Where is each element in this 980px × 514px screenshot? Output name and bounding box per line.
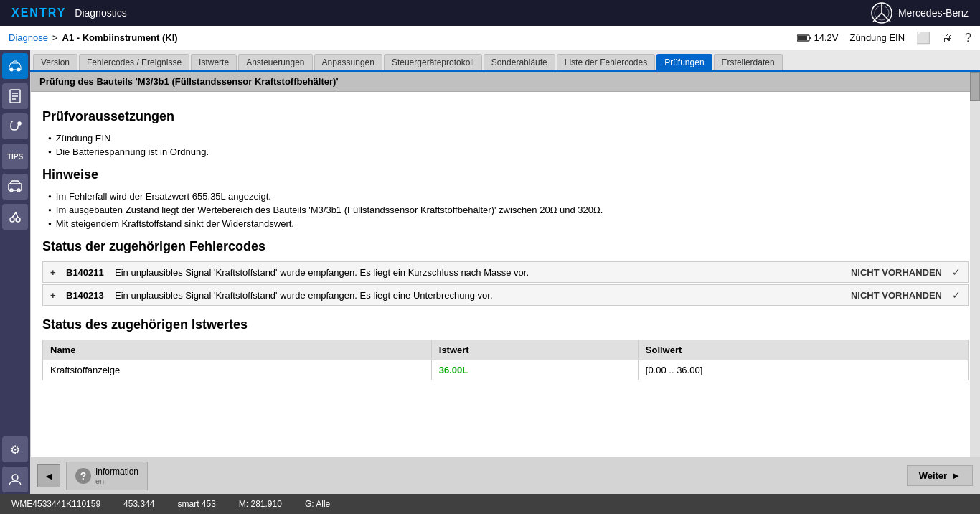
sidebar-item-car[interactable] (2, 53, 28, 79)
tab-liste-fehlercodes[interactable]: Liste der Fehlercodes (557, 54, 655, 70)
tab-steuergeraeteprotokoll[interactable]: Steuergeräteprotokoll (384, 54, 482, 70)
hinweise-list: Im Fehlerfall wird der Ersatzwert 655.35… (42, 190, 969, 230)
brand-label: Mercedes-Benz (898, 7, 969, 19)
svg-point-20 (12, 475, 18, 480)
section-header: Prüfung des Bauteils 'M3/3b1 (Füllstands… (31, 72, 980, 92)
svg-point-9 (17, 68, 21, 72)
content-body: Prüfvoraussetzungen Zündung EIN Die Batt… (31, 92, 980, 389)
svg-line-3 (882, 13, 890, 22)
weiter-label: Weiter (919, 470, 948, 481)
sidebar-bottom-section: ⚙ (0, 436, 30, 494)
help-icon[interactable]: ? (965, 32, 971, 45)
info-icon: ? (75, 468, 91, 484)
fault-code-id-1: B140211 (66, 267, 109, 278)
col-sollwert: Sollwert (638, 340, 968, 360)
expand-btn-2[interactable]: + (50, 290, 60, 301)
info-text: Information en (95, 467, 138, 485)
hinweis-item-1: Im Fehlerfall wird der Ersatzwert 655.35… (48, 190, 969, 203)
tab-fehlercodes[interactable]: Fehlercodes / Ereignisse (79, 54, 189, 70)
bottom-nav-left: ◄ ? Information en (37, 462, 148, 490)
col-name: Name (43, 340, 432, 360)
fault-code-row-2: + B140213 Ein unplausibles Signal 'Kraft… (42, 284, 969, 306)
pruef-item-2: Die Batteriespannung ist in Ordnung. (48, 145, 969, 159)
fault-code-status-2: NICHT VORHANDEN (851, 290, 942, 301)
sidebar-item-stethoscope[interactable] (2, 113, 28, 139)
user-icon (9, 473, 22, 486)
sidebar-top-section: TIPS (0, 53, 30, 231)
pruefvoraussetzungen-list: Zündung EIN Die Batteriespannung ist in … (42, 131, 969, 159)
stethoscope-icon (8, 119, 22, 134)
tab-ansteuerungen[interactable]: Ansteuerungen (238, 54, 312, 70)
footer-code2: M: 281.910 (239, 499, 282, 509)
svg-point-14 (18, 122, 21, 125)
footer-model: smart 453 (177, 499, 215, 509)
info-question-mark: ? (80, 470, 87, 482)
expand-btn-1[interactable]: + (50, 267, 60, 278)
sidebar-item-settings[interactable]: ⚙ (2, 436, 28, 462)
logo-section: XENTRY Diagnostics (11, 6, 127, 19)
diagnose-link[interactable]: Diagnose (9, 32, 48, 43)
vehicle-icon (7, 180, 23, 193)
tabs-bar: Version Fehlercodes / Ereignisse Istwert… (30, 50, 980, 72)
footer-vin: WME4533441K110159 (11, 499, 100, 509)
status-footer: WME4533441K110159 453.344 smart 453 M: 2… (0, 494, 980, 514)
footer-code1: 453.344 (123, 499, 154, 509)
fault-code-desc-1: Ein unplausibles Signal 'Kraftstoffstand… (115, 267, 845, 278)
svg-rect-7 (798, 36, 807, 40)
sidebar-item-vehicle[interactable] (2, 174, 28, 200)
hinweise-title: Hinweise (42, 167, 969, 182)
row-istwert: 36.00L (431, 360, 638, 380)
tab-pruefungen[interactable]: Prüfungen (656, 54, 712, 70)
weiter-button[interactable]: Weiter ► (907, 465, 973, 486)
istwert-table-header: Name Istwert Sollwert (43, 340, 969, 360)
istwert-table-body: Kraftstoffanzeige 36.00L [0.00 .. 36.00] (43, 360, 969, 380)
tab-version[interactable]: Version (33, 54, 77, 70)
table-row: Kraftstoffanzeige 36.00L [0.00 .. 36.00] (43, 360, 969, 380)
sidebar-item-tips[interactable]: TIPS (2, 144, 28, 169)
tab-sonderablaeufe[interactable]: Sonderabläufe (484, 54, 555, 70)
sidebar-item-report[interactable] (2, 83, 28, 109)
settings-icon: ⚙ (10, 443, 20, 457)
report-icon (9, 89, 22, 103)
fault-code-check-1: ✓ (952, 266, 961, 278)
breadcrumb-bar: Diagnose > A1 - Kombiinstrument (KI) 14.… (0, 26, 980, 50)
sidebar-item-scissors[interactable] (2, 204, 28, 230)
tab-istwerte[interactable]: Istwerte (191, 54, 237, 70)
car-icon (7, 60, 23, 73)
back-arrow-icon: ◄ (44, 470, 54, 482)
footer-code3: G: Alle (305, 499, 330, 509)
info-sublabel: en (95, 477, 138, 485)
top-header-bar: XENTRY Diagnostics Mercedes-Benz (0, 0, 980, 26)
fault-codes-title: Status der zugehörigen Fehlercodes (42, 239, 969, 254)
print-icon[interactable]: 🖨 (942, 32, 953, 45)
tab-anpassungen[interactable]: Anpassungen (314, 54, 382, 70)
diagnostics-label: Diagnostics (75, 7, 126, 19)
battery-status: 14.2V (797, 32, 839, 43)
scrollbar-thumb[interactable] (970, 72, 980, 101)
ignition-status: Zündung EIN (849, 32, 905, 43)
mb-logo: Mercedes-Benz (871, 2, 969, 24)
back-button[interactable]: ◄ (37, 464, 60, 487)
tab-erstellerdaten[interactable]: Erstellerdaten (714, 54, 783, 70)
scrollbar-track[interactable] (970, 72, 980, 477)
fault-code-status-1: NICHT VORHANDEN (851, 267, 942, 278)
fault-codes-list: + B140211 Ein unplausibles Signal 'Kraft… (42, 261, 969, 306)
weiter-arrow-icon: ► (951, 470, 961, 481)
bottom-bar: ◄ ? Information en Weiter ► (30, 457, 980, 494)
svg-line-4 (873, 13, 882, 22)
battery-icon (797, 34, 811, 42)
col-istwert: Istwert (431, 340, 638, 360)
pruefvoraussetzungen-title: Prüfvoraussetzungen (42, 109, 969, 124)
fault-code-desc-2: Ein unplausibles Signal 'Kraftstoffstand… (115, 290, 845, 301)
breadcrumb: Diagnose > A1 - Kombiinstrument (KI) (9, 32, 178, 43)
pruef-item-1: Zündung EIN (48, 131, 969, 145)
information-button[interactable]: ? Information en (66, 462, 148, 490)
istwert-table: Name Istwert Sollwert Kraftstoffanzeige … (42, 340, 969, 380)
hinweis-item-3: Mit steigendem Kraftstoffstand sinkt der… (48, 217, 969, 230)
copy-icon[interactable]: ⬜ (916, 31, 930, 45)
tips-label: TIPS (7, 153, 23, 161)
istwert-title: Status des zugehörigen Istwertes (42, 317, 969, 332)
sidebar: TIPS ⚙ (0, 50, 30, 494)
sidebar-item-user[interactable] (2, 467, 28, 492)
main-content: Prüfung des Bauteils 'M3/3b1 (Füllstands… (30, 72, 980, 477)
